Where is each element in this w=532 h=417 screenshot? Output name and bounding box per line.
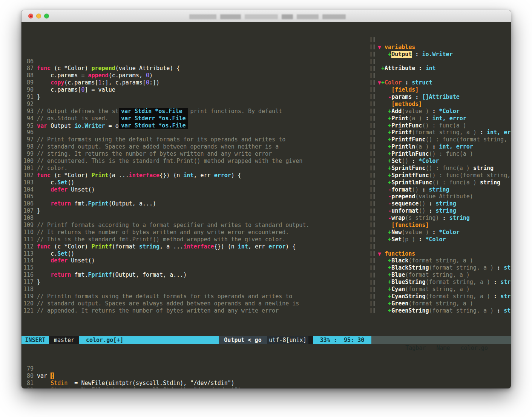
minimize-button[interactable] — [36, 14, 41, 18]
code-line[interactable]: 110// It returns the number of bytes wri… — [21, 229, 369, 236]
code-line[interactable]: 87func (c *Color) prepend(value Attribut… — [21, 65, 369, 72]
completion-item[interactable]: var Stdin *os.File — [119, 108, 188, 115]
encoding-segment: utf-8[unix] — [267, 336, 308, 344]
tagbar-item[interactable]: +GreenString(format string, a ) : string — [378, 307, 511, 314]
tagbar-item[interactable]: [fields] — [378, 86, 511, 94]
tagbar-item[interactable]: -params : []Attribute — [378, 94, 511, 101]
tagbar-item[interactable]: +Green(format string, a ) — [378, 300, 511, 307]
token: io.Writer — [422, 51, 452, 58]
code-line[interactable]: 103 c.Set() — [21, 179, 369, 186]
tagbar-item[interactable]: +Output : io.Writer — [378, 51, 511, 58]
vertical-split-separator[interactable] — [369, 37, 375, 315]
tagbar-item[interactable]: +Attribute : int — [378, 65, 511, 72]
tagbar-item[interactable]: +PrintfFunc() : func(format string, a ) — [378, 136, 511, 143]
token: func — [37, 243, 54, 250]
code-line[interactable]: 95var Output io.Writer = os.Std — [21, 122, 369, 129]
code-line[interactable]: 122// encountered. This is the standard … — [21, 314, 369, 315]
titlebar[interactable] — [21, 10, 511, 23]
zoom-button[interactable] — [44, 14, 49, 18]
code-line[interactable]: 97// Print formats using the default for… — [21, 136, 369, 143]
tagbar-item[interactable]: +SprintlnFunc() : func(a ) string — [378, 179, 511, 186]
godoc-line[interactable]: 80var ( — [21, 373, 511, 380]
tagbar-item[interactable]: -prepend(value Attribute) — [378, 193, 511, 200]
tagbar-item[interactable]: +Print(a ) : int, error — [378, 115, 511, 122]
tagbar-item[interactable] — [378, 72, 511, 79]
tagbar-item[interactable] — [378, 243, 511, 250]
tagbar-item[interactable]: ▼ functions — [378, 250, 511, 258]
tagbar-item[interactable]: +New(value ) : *Color — [378, 229, 511, 236]
code-line[interactable]: 120// standard output. Spaces are always… — [21, 300, 369, 307]
code-line[interactable]: 108 — [21, 215, 369, 222]
code-line[interactable]: 117} — [21, 279, 369, 286]
code-line[interactable]: 118 — [21, 286, 369, 293]
code-line[interactable]: 91} — [21, 94, 369, 101]
code-line[interactable]: 96 — [21, 129, 369, 136]
tagbar-item[interactable]: -sequence() : string — [378, 200, 511, 207]
code-line[interactable]: 107} — [21, 207, 369, 215]
code-line[interactable]: 101// color. — [21, 165, 369, 172]
code-line[interactable]: 100// encountered. This is the standard … — [21, 158, 369, 165]
code-line[interactable]: 88 c.params = append(c.params, 0) — [21, 72, 369, 79]
code-line[interactable]: 116 return fmt.Fprintf(Output, format, a… — [21, 271, 369, 279]
tagbar-item[interactable]: +BlueString(format string, a ) : string — [378, 279, 511, 286]
code-line[interactable]: 104 defer Unset() — [21, 186, 369, 193]
code-line[interactable]: 102func (c *Color) Print(a ...interface{… — [21, 172, 369, 179]
tagbar-item[interactable]: +PrintlnFunc() : func(a ) — [378, 150, 511, 158]
code-line[interactable]: 105 — [21, 193, 369, 200]
tagbar-item[interactable]: [functions] — [378, 222, 511, 229]
code-line[interactable]: 93// Output defines the standard output … — [21, 108, 369, 115]
code-line[interactable]: 112func (c *Color) Printf(format string,… — [21, 243, 369, 250]
code-line[interactable]: 113 c.Set() — [21, 250, 369, 258]
completion-item[interactable]: var Stdout *os.File — [119, 122, 188, 129]
tagbar-item[interactable]: +SprintFunc() : func(a ) string — [378, 165, 511, 172]
tagbar-item[interactable]: +SprintfFunc() : func(format string, a )… — [378, 172, 511, 179]
code-line[interactable]: 111// This is the standard fmt.Printf() … — [21, 236, 369, 243]
completion-item[interactable]: var Stderr *os.File — [119, 115, 188, 122]
code-window[interactable]: var Stdin *os.Filevar Stderr *os.Filevar… — [21, 37, 369, 315]
godoc-window[interactable]: 79 80var ( 81 Stdin = NewFile(uintptr(sy… — [21, 365, 511, 388]
line-number: 115 — [21, 264, 34, 271]
tagbar-item[interactable]: +Cyan(format string, a ) — [378, 286, 511, 293]
tagbar-panel[interactable]: ▼ variables +Output : io.Writer +Attribu… — [375, 37, 511, 315]
tagbar-item[interactable]: +Set(p ) : *Color — [378, 236, 511, 243]
tagbar-item[interactable]: +CyanString(format string, a ) : string — [378, 293, 511, 300]
tagbar-item[interactable]: -unformat() : string — [378, 207, 511, 215]
code-line[interactable]: 121// appended. It returns the number of… — [21, 307, 369, 314]
tagbar-item[interactable]: +Set() : *Color — [378, 158, 511, 165]
godoc-line[interactable]: 82 Stdout = NewFile(uintptr(syscall.Stdo… — [21, 387, 511, 388]
code-line[interactable]: 114 defer Unset() — [21, 257, 369, 264]
tagbar-item[interactable] — [378, 37, 511, 44]
tagbar-item[interactable]: +Add(value ) : *Color — [378, 108, 511, 115]
tagbar-item[interactable]: +Printf(format string, a ) : int, error — [378, 129, 511, 136]
tagbar-item[interactable]: ▼ variables — [378, 44, 511, 51]
token: :]) — [149, 79, 159, 86]
code-line[interactable]: 119// Println formats using the default … — [21, 293, 369, 300]
code-line[interactable]: 90 c.params[0] = value — [21, 86, 369, 94]
token: int — [238, 243, 248, 250]
code-line[interactable]: 109// Printf formats according to a form… — [21, 222, 369, 229]
token: + — [388, 150, 391, 157]
code-line[interactable]: 89 copy(c.params[1:], c.params[0:]) — [21, 79, 369, 86]
close-button[interactable] — [28, 14, 33, 18]
tagbar-item[interactable]: +Println(a ) : int, error — [378, 143, 511, 150]
token: *Color — [425, 236, 446, 243]
code-line[interactable]: 115 — [21, 264, 369, 271]
tagbar-item[interactable]: +Black(format string, a ) — [378, 257, 511, 264]
line-number: 104 — [21, 186, 34, 193]
code-line[interactable]: 92 — [21, 101, 369, 108]
code-line[interactable]: 86 — [21, 58, 369, 65]
tagbar-item[interactable]: ▼+Color : struct — [378, 79, 511, 86]
tagbar-item[interactable]: +PrintFunc() : func(a ) — [378, 122, 511, 129]
tagbar-item[interactable]: -format() : string — [378, 186, 511, 193]
tagbar-item[interactable] — [378, 58, 511, 65]
godoc-line[interactable]: 81 Stdin = NewFile(uintptr(syscall.Stdin… — [21, 380, 511, 387]
code-line[interactable]: 106 return fmt.Fprint(Output, a...) — [21, 200, 369, 207]
tagbar-item[interactable]: [methods] — [378, 101, 511, 108]
code-line[interactable]: 98// standard output. Spaces are added b… — [21, 143, 369, 150]
godoc-line[interactable]: 79 — [21, 365, 511, 373]
tagbar-item[interactable]: +BlackString(format string, a ) : string — [378, 264, 511, 271]
tagbar-item[interactable]: +Blue(format string, a ) — [378, 271, 511, 279]
code-line[interactable]: 94// os.Stdout is used. — [21, 115, 369, 122]
tagbar-item[interactable]: -wrap(s string) : string — [378, 215, 511, 222]
code-line[interactable]: 99// string. It returns the number of by… — [21, 150, 369, 158]
